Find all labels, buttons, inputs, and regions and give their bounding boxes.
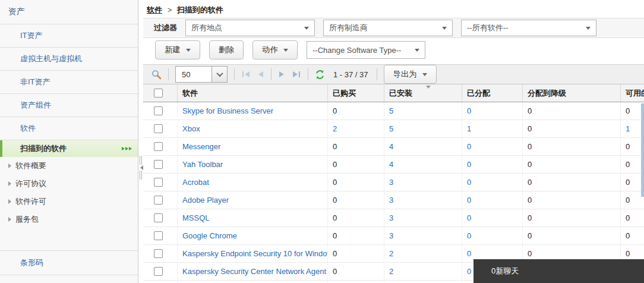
count-link[interactable]: 3 [389,196,393,205]
export-button[interactable]: 导出为 [384,65,437,84]
count-value: 0 [528,160,532,169]
cell-installed: 3 [384,209,462,227]
sidebar-item[interactable]: 软件 [0,117,138,140]
cell-purchased: 0 [327,156,384,173]
software-name-link[interactable]: Acrobat [182,178,209,187]
delete-button[interactable]: 删除 [209,40,244,59]
column-header-available[interactable]: 可用的 [620,84,644,102]
search-button[interactable] [151,70,162,80]
software-name-link[interactable]: Messenger [182,142,220,151]
sidebar-item[interactable]: 条形码 [0,250,138,275]
count-link[interactable]: 0 [467,267,471,276]
count-link[interactable]: 0 [467,213,471,222]
last-page-button[interactable] [292,70,301,78]
chat-bar[interactable]: 0新聊天 [473,259,644,283]
column-header-installed[interactable]: 已安装 [384,84,462,102]
count-link[interactable]: 2 [389,249,393,258]
sidebar-subitem[interactable]: 许可协议 [0,175,138,193]
row-checkbox[interactable] [154,196,163,205]
software-name-link[interactable]: MSSQL [182,213,210,222]
divider [271,68,272,80]
chevron-down-icon [586,27,591,30]
sidebar-subitem[interactable]: 服务包 [0,210,138,228]
sidebar-item-label: 扫描到的软件 [20,143,67,154]
actions-button[interactable]: 动作 [252,40,298,59]
cell-available: 0 [620,209,644,227]
row-checkbox[interactable] [154,106,163,115]
row-checkbox[interactable] [154,142,163,151]
sidebar-item[interactable]: 虚拟主机与虚拟机 [0,48,138,71]
site-filter-select[interactable]: 所有地点 [185,20,315,36]
count-value: 0 [333,106,337,115]
count-link[interactable]: 0 [467,178,471,187]
change-software-type-select[interactable]: --Change Software Type-- [307,41,425,59]
count-link[interactable]: 0 [467,160,471,169]
app-root: 资产 IT资产虚拟主机与虚拟机非IT资产资产组件软件 扫描到的软件 软件概要许可… [0,0,644,283]
sidebar-item[interactable]: 非IT资产 [0,71,138,94]
sidebar-splitter[interactable] [139,156,144,183]
count-link[interactable]: 3 [389,178,393,187]
software-name-link[interactable]: Skype for Business Server [182,106,273,115]
count-link[interactable]: 0 [467,231,471,240]
row-checkbox[interactable] [154,249,163,258]
prev-page-button[interactable] [257,70,264,78]
column-header-downgraded[interactable]: 分配到降级 [522,84,620,102]
column-header-allocated[interactable]: 已分配 [462,84,522,102]
sidebar-subitem-label: 服务包 [15,214,39,225]
column-header-purchased[interactable]: 已购买 [327,84,384,102]
refresh-button[interactable] [315,70,325,80]
sidebar-item[interactable]: IT资产 [0,24,138,48]
count-link[interactable]: 0 [467,196,471,205]
sidebar-item[interactable]: 资产组件 [0,94,138,117]
divider [308,68,308,80]
sidebar-items: IT资产虚拟主机与虚拟机非IT资产资产组件软件 [0,24,138,140]
count-link[interactable]: 0 [467,142,471,151]
count-value: 0 [626,106,630,115]
new-button[interactable]: 新建 [155,40,200,59]
cell-allocated: 0 [462,156,522,173]
count-value: 0 [626,213,630,222]
first-page-button[interactable] [241,70,251,78]
sidebar-subitem[interactable]: 软件概要 [0,157,138,175]
row-checkbox[interactable] [154,124,163,133]
count-link[interactable]: 5 [389,106,393,115]
row-checkbox[interactable] [154,213,163,222]
count-link[interactable]: 5 [389,124,393,133]
first-page-icon [242,71,244,77]
cell-downgraded: 0 [522,209,620,227]
vertical-scrollbar-thumb[interactable] [641,103,644,197]
count-link[interactable]: 4 [389,160,393,169]
count-link[interactable]: 2 [333,124,337,133]
breadcrumb-link-software[interactable]: 软件 [147,5,162,14]
row-checkbox[interactable] [154,160,163,169]
count-link[interactable]: 3 [389,231,393,240]
sidebar-subitem[interactable]: 软件许可 [0,193,138,210]
count-link[interactable]: 0 [467,106,471,115]
cell-allocated: 1 [462,120,522,137]
count-link[interactable]: 3 [389,213,393,222]
next-page-button[interactable] [278,70,285,78]
count-link[interactable]: 0 [467,249,471,258]
software-name-link[interactable]: Kaspersky Endpoint Security 10 for Windo… [182,249,327,258]
row-checkbox[interactable] [154,231,163,240]
count-link[interactable]: 1 [467,124,471,133]
sidebar-item[interactable]: 组 [0,275,138,283]
row-checkbox[interactable] [154,267,163,276]
software-filter-select[interactable]: --所有软件-- [461,20,596,36]
software-name-link[interactable]: Adobe Player [182,196,229,205]
software-name-link[interactable]: Xbox [182,124,200,133]
sidebar-item-scanned-software[interactable]: 扫描到的软件 [0,140,138,157]
software-name-link[interactable]: Google Chrome [182,231,237,240]
manufacturer-filter-select[interactable]: 所有制造商 [323,20,453,36]
count-link[interactable]: 1 [626,124,630,133]
software-name-link[interactable]: Yah Toolbar [182,160,223,169]
page-size-select[interactable]: 50 [175,66,228,83]
column-header-name[interactable]: 软件 [177,84,327,102]
software-name-link[interactable]: Kaspersky Security Center Network Agent [182,267,326,276]
select-all-checkbox[interactable] [154,89,163,98]
count-link[interactable]: 4 [389,142,393,151]
count-link[interactable]: 2 [389,267,393,276]
row-checkbox[interactable] [154,178,163,187]
cell-downgraded: 0 [522,156,620,173]
count-value: 0 [333,249,337,258]
